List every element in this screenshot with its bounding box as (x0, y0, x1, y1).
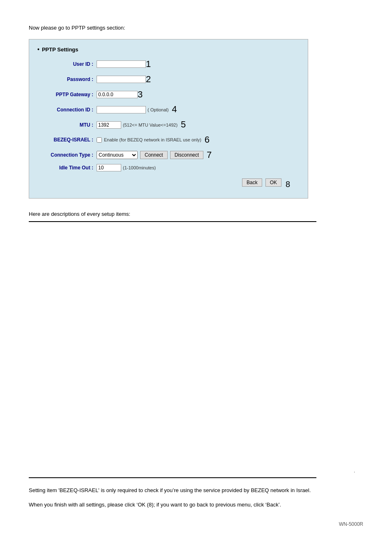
field-number-2: 2 (146, 73, 156, 86)
pptp-title: • PPTP Settings (37, 46, 300, 53)
bezeq-israel-hint: Enable (for BEZEQ network in ISRAEL use … (104, 137, 201, 142)
field-number-4: 4 (172, 103, 182, 116)
field-number-3: 3 (138, 88, 148, 101)
field-number-6: 6 (205, 134, 214, 146)
pptp-gateway-label: PPTP Gateway : (37, 87, 95, 102)
field-number-7: 7 (207, 149, 217, 162)
bezeq-note: Setting item 'BEZEQ-ISRAEL' is only requ… (29, 486, 363, 495)
intro-text: Now please go to PPTP settings section: (29, 25, 363, 31)
pptp-title-label: PPTP Settings (42, 46, 78, 53)
connection-id-input[interactable] (97, 106, 146, 113)
pptp-settings-box: • PPTP Settings User ID : 1 Password : 2 (29, 39, 308, 199)
mtu-row: MTU : (512<= MTU Value<=1492) 5 (37, 117, 300, 132)
idle-timeout-label: Idle Time Out : (37, 163, 95, 173)
form-button-row: Back OK 8 (37, 178, 300, 190)
bezeq-israel-label: BEZEQ-ISRAEL : (37, 132, 95, 148)
connect-button[interactable]: Connect (140, 151, 168, 159)
idle-timeout-input[interactable] (97, 164, 121, 171)
connection-type-select[interactable]: Continuous (97, 151, 138, 159)
connection-id-row: Connection ID : ( Optional) 4 (37, 102, 300, 117)
pptp-gateway-input[interactable] (97, 91, 138, 98)
user-id-row: User ID : 1 (37, 57, 300, 72)
bezeq-israel-checkbox[interactable] (97, 137, 102, 143)
idle-timeout-row: Idle Time Out : (1-1000minutes) (37, 163, 300, 173)
finish-note: When you finish with all settings, pleas… (29, 501, 363, 509)
connection-type-label: Connection Type : (37, 148, 95, 163)
connection-type-row: Connection Type : Continuous Connect Dis… (37, 148, 300, 163)
idle-timeout-hint: (1-1000minutes) (123, 165, 156, 170)
ok-label: OK (270, 180, 277, 185)
back-button[interactable]: Back (242, 178, 262, 187)
mtu-hint: (512<= MTU Value<=1492) (123, 123, 178, 127)
descriptions-header: Here are descriptions of every setup ite… (29, 211, 363, 217)
field-number-1: 1 (146, 58, 156, 71)
password-row: Password : 2 (37, 72, 300, 87)
mtu-label: MTU : (37, 117, 95, 132)
dot-separator: . (29, 469, 355, 473)
connection-id-label: Connection ID : (37, 102, 95, 117)
bullet-icon: • (37, 46, 39, 53)
product-code: WN-5000R (29, 521, 363, 527)
password-input[interactable] (97, 76, 146, 83)
bezeq-israel-row: BEZEQ-ISRAEL : Enable (for BEZEQ network… (37, 132, 300, 148)
bottom-divider (29, 477, 316, 478)
pptp-form-table: User ID : 1 Password : 2 PPTP Gateway : (37, 57, 300, 173)
ok-number: 8 (286, 178, 295, 190)
bottom-section: . Setting item 'BEZEQ-ISRAEL' is only re… (29, 469, 363, 527)
disconnect-button[interactable]: Disconnect (170, 151, 203, 159)
ok-button[interactable]: OK (265, 178, 281, 187)
field-number-5: 5 (181, 118, 191, 131)
connection-id-hint: ( Optional) (148, 107, 168, 112)
pptp-gateway-row: PPTP Gateway : 3 (37, 87, 300, 102)
user-id-input[interactable] (97, 60, 146, 68)
mtu-input[interactable] (97, 121, 121, 129)
password-label: Password : (37, 72, 95, 87)
user-id-label: User ID : (37, 57, 95, 72)
top-divider (29, 221, 316, 222)
